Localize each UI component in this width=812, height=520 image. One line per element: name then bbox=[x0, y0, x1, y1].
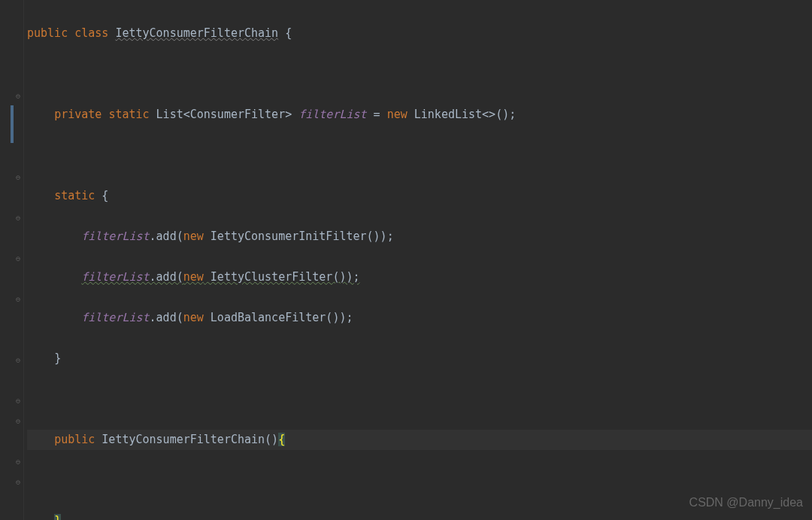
fold-icon[interactable]: ⊖ bbox=[14, 92, 22, 99]
code-line[interactable]: filterList.add(new IettyClusterFilter())… bbox=[27, 267, 812, 287]
fold-icon[interactable]: ⊖ bbox=[14, 458, 22, 465]
code-line[interactable] bbox=[27, 64, 812, 84]
fold-icon[interactable]: ⊖ bbox=[14, 254, 22, 262]
editor-gutter: ⊖ ⊖ ⊖ ⊖ ⊖ ⊖ ⊖ ⊖ ⊖ ⊖ bbox=[0, 0, 24, 520]
fold-icon[interactable]: ⊖ bbox=[14, 356, 22, 363]
code-line[interactable]: } bbox=[27, 348, 812, 369]
change-marker bbox=[11, 105, 14, 143]
code-editor[interactable]: ⊖ ⊖ ⊖ ⊖ ⊖ ⊖ ⊖ ⊖ ⊖ ⊖ public class IettyCo… bbox=[0, 0, 812, 520]
code-line[interactable]: filterList.add(new IettyConsumerInitFilt… bbox=[27, 227, 812, 247]
fold-icon[interactable]: ⊖ bbox=[14, 173, 22, 181]
code-line[interactable]: private static List<ConsumerFilter> filt… bbox=[27, 105, 812, 125]
code-line[interactable] bbox=[27, 470, 812, 491]
fold-icon[interactable]: ⊖ bbox=[14, 397, 22, 404]
fold-icon[interactable]: ⊖ bbox=[14, 214, 22, 221]
code-line[interactable]: public class IettyConsumerFilterChain { bbox=[27, 23, 812, 44]
fold-icon[interactable]: ⊖ bbox=[14, 478, 22, 485]
watermark: CSDN @Danny_idea bbox=[689, 492, 803, 512]
code-line-active[interactable]: public IettyConsumerFilterChain(){ bbox=[27, 430, 812, 450]
code-line[interactable]: static { bbox=[27, 186, 812, 206]
fold-icon[interactable]: ⊖ bbox=[14, 417, 22, 424]
code-line[interactable] bbox=[27, 389, 812, 409]
code-line[interactable] bbox=[27, 145, 812, 166]
fold-icon[interactable]: ⊖ bbox=[14, 295, 22, 303]
code-content[interactable]: public class IettyConsumerFilterChain { … bbox=[24, 0, 812, 520]
code-line[interactable]: filterList.add(new LoadBalanceFilter()); bbox=[27, 308, 812, 328]
